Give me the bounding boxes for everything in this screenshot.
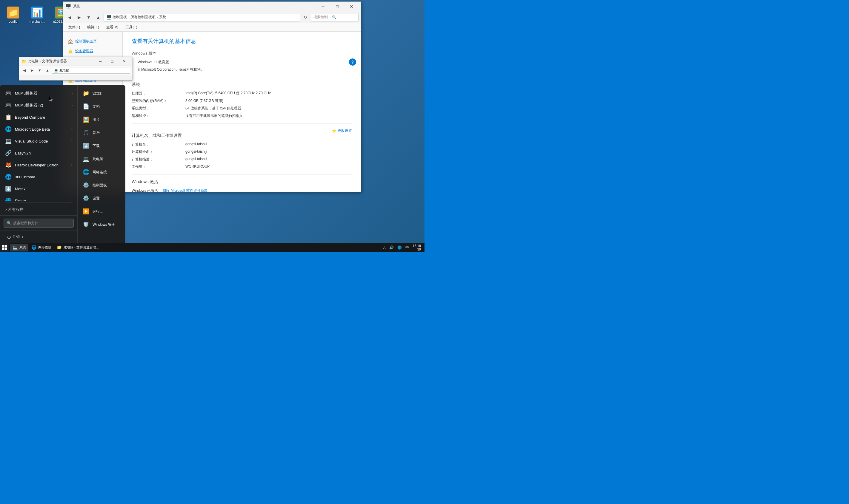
license-link[interactable]: 阅读 Microsoft 软件许可条款 bbox=[162, 188, 207, 192]
address-input[interactable]: 🖥️ 控制面板 › 所有控制面板项 › 系统 bbox=[104, 13, 300, 21]
back-button[interactable]: ◀ bbox=[65, 13, 74, 21]
explorer-close[interactable]: ✕ bbox=[119, 58, 129, 65]
taskbar-item-icon-0: 💻 bbox=[13, 245, 18, 250]
start-app-item-5[interactable]: 🔗 EasyN2N bbox=[0, 147, 77, 159]
sidebar-item-devices[interactable]: ⭐ 设备管理器 bbox=[63, 46, 122, 56]
system-section-header: 系统 bbox=[132, 82, 352, 87]
start-app-item-1[interactable]: 🎮 MuMu模拟器 (2) › bbox=[0, 99, 77, 111]
start-divider bbox=[5, 202, 72, 203]
change-settings-link[interactable]: ⭐ 更改设置 bbox=[332, 128, 352, 133]
start-app-item-6[interactable]: 🦊 Firefox Developer Edition › bbox=[0, 159, 77, 171]
taskbar: 💻 系统 🌐 网络连接 📁 此电脑 - 文件资源管理... △ 🔊 🌐 中 16… bbox=[0, 243, 424, 252]
quick-icon-0: 📁 bbox=[82, 90, 90, 97]
desktop-icon-config[interactable]: 📁 config bbox=[2, 5, 24, 29]
explorer-maximize[interactable]: □ bbox=[107, 58, 118, 65]
shutdown-button[interactable]: ⏻ 注销 > bbox=[5, 233, 26, 241]
desktop-icon-merchant[interactable]: 📊 merchant... bbox=[26, 5, 48, 29]
quick-label-6: 网络连接 bbox=[92, 170, 107, 175]
up-button[interactable]: ▲ bbox=[94, 13, 102, 21]
tray-clock[interactable]: 16:19 39 bbox=[411, 244, 422, 251]
start-app-label-1: MuMu模拟器 (2) bbox=[15, 103, 68, 108]
menu-edit[interactable]: 编辑(E) bbox=[84, 23, 102, 31]
compdesc-row: 计算机描述： gongsi-taishiji bbox=[132, 157, 352, 162]
quick-item-7[interactable]: ⚙️ 控制面板 bbox=[80, 179, 123, 191]
maximize-button[interactable]: □ bbox=[330, 2, 344, 11]
quick-item-9[interactable]: ▶️ 运行... bbox=[80, 205, 123, 217]
explorer-minimize[interactable]: ─ bbox=[95, 58, 106, 65]
search-box[interactable]: 搜索控制... 🔍 bbox=[311, 13, 359, 21]
explorer-address-input[interactable]: 💻 此电脑 bbox=[52, 67, 130, 74]
explorer-title: 此电脑 - 文件资源管理器 bbox=[28, 59, 94, 64]
explorer-up[interactable]: ▲ bbox=[44, 67, 51, 74]
sidebar-item-home[interactable]: 🏠 控制面板主页 bbox=[63, 36, 122, 46]
quick-item-0[interactable]: 📁 yzxzz bbox=[80, 87, 123, 99]
compfullname-value: gongsi-taishiji bbox=[185, 149, 352, 155]
quick-label-8: 设置 bbox=[92, 196, 100, 201]
cpu-label: 处理器： bbox=[132, 91, 185, 96]
start-app-arrow-9: › bbox=[71, 199, 72, 201]
start-app-item-4[interactable]: 💻 Visual Studio Code › bbox=[0, 135, 77, 147]
start-app-item-9[interactable]: 🌐 Floorp › bbox=[0, 195, 77, 201]
taskbar-item-1[interactable]: 🌐 网络连接 bbox=[29, 244, 54, 251]
start-app-label-0: MuMu模拟器 bbox=[15, 91, 68, 96]
quick-item-10[interactable]: 🛡️ Windows 安全 bbox=[80, 219, 123, 231]
start-app-item-2[interactable]: 📋 Beyond Compare bbox=[0, 111, 77, 123]
quick-item-8[interactable]: ⚙️ 设置 bbox=[80, 192, 123, 204]
start-app-item-3[interactable]: 🌐 Microsoft Edge Beta › bbox=[0, 123, 77, 135]
tray-network[interactable]: 🌐 bbox=[396, 245, 403, 250]
menu-file[interactable]: 文件(F) bbox=[65, 23, 83, 31]
dropdown-button[interactable]: ▼ bbox=[85, 13, 93, 21]
explorer-back[interactable]: ◀ bbox=[21, 67, 28, 74]
tray-expand[interactable]: △ bbox=[382, 245, 387, 250]
activation-section-header: Windows 激活 bbox=[132, 179, 352, 185]
refresh-button[interactable]: ↻ bbox=[301, 13, 310, 21]
explorer-forward[interactable]: ▶ bbox=[29, 67, 35, 74]
quick-item-1[interactable]: 📄 文档 bbox=[80, 101, 123, 112]
start-search-input[interactable]: 🔍 搜索程序和文件 bbox=[4, 219, 74, 228]
tray-ime[interactable]: 中 bbox=[404, 245, 410, 251]
desktop-icon-label-config: config bbox=[8, 20, 17, 23]
workgroup-label: 工作组： bbox=[132, 164, 185, 169]
close-button[interactable]: ✕ bbox=[345, 2, 359, 11]
tray-volume[interactable]: 🔊 bbox=[388, 245, 395, 250]
start-all-programs[interactable]: > 所有程序 bbox=[0, 204, 77, 215]
menu-tools[interactable]: 工具(T) bbox=[122, 23, 140, 31]
compfullname-row: 计算机全名： gongsi-taishiji bbox=[132, 149, 352, 155]
quick-item-4[interactable]: ⬇️ 下载 bbox=[80, 140, 123, 152]
explorer-nav-arrow[interactable]: ▼ bbox=[36, 67, 43, 74]
start-app-icon-6: 🦊 bbox=[5, 161, 12, 168]
start-app-item-0[interactable]: 🎮 MuMu模拟器 › bbox=[0, 87, 77, 99]
quick-icon-1: 📄 bbox=[82, 103, 90, 110]
search-icon: 🔍 bbox=[7, 221, 11, 225]
start-app-item-8[interactable]: ⬇️ Motrix bbox=[0, 183, 77, 195]
compname-value: gongsi-taishiji bbox=[185, 142, 352, 147]
change-settings-icon: ⭐ bbox=[332, 129, 336, 133]
quick-item-6[interactable]: 🌐 网络连接 bbox=[80, 166, 123, 178]
help-button[interactable]: ? bbox=[349, 58, 356, 66]
start-app-item-7[interactable]: 🌐 360Chrome bbox=[0, 171, 77, 183]
menu-view[interactable]: 查看(V) bbox=[103, 23, 121, 31]
start-app-label-2: Beyond Compare bbox=[15, 115, 72, 120]
quick-item-3[interactable]: 🎵 音乐 bbox=[80, 127, 123, 139]
minimize-button[interactable]: ─ bbox=[316, 2, 330, 11]
start-button[interactable] bbox=[0, 243, 9, 252]
tray-time: 16:19 bbox=[413, 244, 421, 248]
taskbar-item-label-1: 网络连接 bbox=[38, 245, 51, 250]
all-programs-label: > 所有程序 bbox=[5, 207, 23, 212]
forward-button[interactable]: ▶ bbox=[75, 13, 83, 21]
address-path: 控制面板 › 所有控制面板项 › 系统 bbox=[112, 15, 166, 20]
quick-icon-6: 🌐 bbox=[82, 168, 90, 176]
start-app-icon-7: 🌐 bbox=[5, 173, 12, 180]
taskbar-item-0[interactable]: 💻 系统 bbox=[10, 244, 28, 251]
start-menu: 🎮 MuMu模拟器 › 🎮 MuMu模拟器 (2) › 📋 Beyond Com… bbox=[0, 85, 125, 243]
quick-label-2: 图片 bbox=[92, 117, 100, 122]
ram-row: 已安装的内存(RAM)： 8.00 GB (7.87 GB 可用) bbox=[132, 98, 352, 104]
taskbar-item-icon-1: 🌐 bbox=[31, 245, 36, 250]
quick-item-5[interactable]: 💻 此电脑 bbox=[80, 153, 123, 165]
desktop-icon-label-merchant: merchant... bbox=[29, 20, 45, 23]
taskbar-item-2[interactable]: 📁 此电脑 - 文件资源管理... bbox=[54, 244, 101, 251]
quick-item-2[interactable]: 🖼️ 图片 bbox=[80, 114, 123, 126]
tray-date: 39 bbox=[413, 248, 421, 251]
systype-row: 系统类型： 64 位操作系统，基于 x64 的处理器 bbox=[132, 106, 352, 111]
start-app-label-3: Microsoft Edge Beta bbox=[15, 127, 68, 131]
